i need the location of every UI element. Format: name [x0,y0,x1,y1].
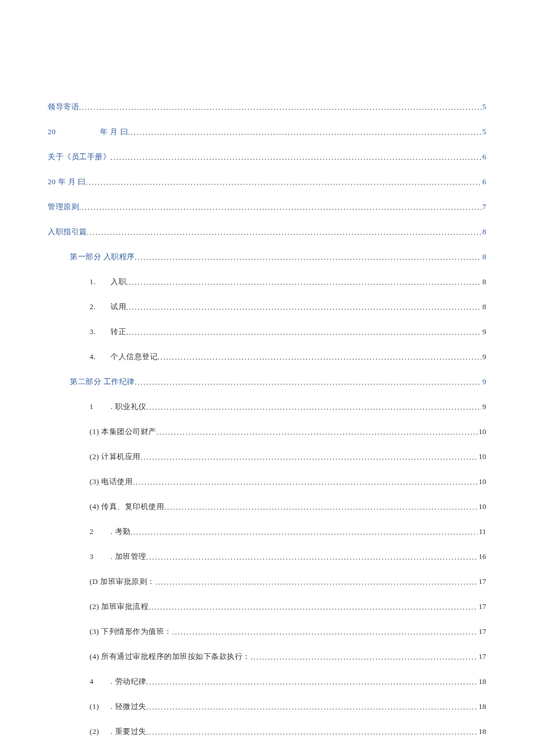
toc-entry[interactable]: (2) 计算机应用10 [48,452,486,462]
toc-entry[interactable]: (1). 轻微过失18 [48,701,486,712]
toc-entry-page: 17 [477,577,486,586]
toc-entry[interactable]: 1. 职业礼仪9 [48,402,486,412]
toc-entry[interactable]: 4.个人信息登记9 [48,352,486,362]
toc-entry-page: 17 [477,627,486,636]
toc-leader-dots [147,703,478,712]
toc-entry[interactable]: (D 加班审批原则：17 [48,576,486,587]
toc-entry[interactable]: (1) 本集团公司财产10 [48,427,486,437]
toc-entry-label: 3. 加班管理 [90,551,147,562]
toc-entry[interactable]: (2). 重要过失18 [48,726,486,737]
toc-leader-dots [126,303,482,312]
toc-entry-label: 2.试用 [90,302,126,312]
toc-leader-dots [135,253,482,262]
toc-entry[interactable]: 入职指引篇8 [48,227,486,237]
toc-entry-page: 9 [482,327,487,336]
toc-leader-dots [86,178,482,187]
toc-entry-page: 8 [482,252,487,261]
toc-entry[interactable]: 第二部分 工作纪律9 [48,377,486,387]
toc-entry-page: 10 [477,502,486,511]
toc-entry[interactable]: 3. 加班管理16 [48,551,486,562]
toc-entry-label: (2) 计算机应用 [90,452,141,462]
toc-entry[interactable]: (2) 加班审批流程17 [48,601,486,612]
toc-entry[interactable]: (3) 电话使用10 [48,476,486,487]
toc-entry-label: (1). 轻微过失 [90,701,147,712]
toc-entry-page: 6 [482,177,487,187]
toc-entry-label: 管理原则 [48,202,79,212]
toc-entry[interactable]: (4) 所有通过审批程序的加班按如下条款执行：17 [48,651,486,662]
toc-leader-dots [147,678,478,687]
toc-entry[interactable]: 20年 月 曰5 [48,127,486,137]
toc-leader-dots [172,628,477,637]
toc-entry-page: 10 [477,452,486,461]
toc-entry[interactable]: 2. 考勤11 [48,526,486,537]
toc-leader-dots [87,228,482,237]
toc-entry-page: 18 [477,677,486,686]
toc-entry-page: 5 [482,102,487,112]
toc-leader-dots [133,478,477,487]
toc-entry-label: (1) 本集团公司财产 [90,427,156,437]
toc-leader-dots [156,428,477,437]
toc-entry-page: 6 [482,152,487,162]
toc-entry-label: 3.转正 [90,327,126,337]
toc-entry-page: 8 [482,227,487,237]
toc-entry-label: (4) 传真、复印机使用 [90,501,164,512]
toc-entry[interactable]: 3.转正9 [48,327,486,337]
toc-entry[interactable]: 4. 劳动纪律18 [48,676,486,687]
toc-leader-dots [158,353,482,362]
toc-entry-page: 11 [477,527,486,536]
toc-entry[interactable]: 关于《员工手册》6 [48,152,486,162]
toc-entry-label: 4.个人信息登记 [90,352,158,362]
toc-entry-label: (4) 所有通过审批程序的加班按如下条款执行： [90,651,251,662]
toc-entry[interactable]: 第一部分 入职程序8 [48,252,486,262]
toc-entry[interactable]: (3) 下列情形作为值班：17 [48,626,486,637]
toc-leader-dots [110,153,482,162]
toc-leader-dots [164,503,477,512]
document-page: 领导寄语520年 月 曰5关于《员工手册》620 年 月 曰6管理原则7入职指引… [0,0,535,756]
toc-entry[interactable]: 1.入职8 [48,277,486,287]
toc-leader-dots [155,578,477,587]
toc-entry-page: 16 [477,552,486,561]
toc-leader-dots [126,278,482,287]
toc-entry[interactable]: 管理原则7 [48,202,486,212]
toc-entry[interactable]: 2.试用8 [48,302,486,312]
toc-entry-label: (3) 下列情形作为值班： [90,626,172,637]
toc-entry-page: 10 [477,477,486,486]
toc-entry-page: 9 [482,402,487,411]
table-of-contents: 领导寄语520年 月 曰5关于《员工手册》620 年 月 曰6管理原则7入职指引… [48,102,486,737]
toc-entry[interactable]: (4) 传真、复印机使用10 [48,501,486,512]
toc-entry[interactable]: 领导寄语5 [48,102,486,112]
toc-entry-page: 18 [477,702,486,711]
toc-entry-label: (2) 加班审批流程 [90,601,148,612]
toc-leader-dots [128,128,482,137]
toc-entry-page: 8 [482,302,487,311]
toc-leader-dots [251,653,477,662]
toc-entry-page: 17 [477,652,486,661]
toc-entry-label: 关于《员工手册》 [48,152,110,162]
toc-leader-dots [126,328,482,337]
toc-entry-label: 20 年 月 曰 [48,177,86,187]
toc-entry-label: (3) 电话使用 [90,476,133,487]
toc-entry-label: 第二部分 工作纪律 [70,377,135,387]
toc-leader-dots [79,103,482,112]
toc-entry-page: 7 [482,202,487,212]
toc-entry-label: 1. 职业礼仪 [90,402,147,412]
toc-entry-label: (2). 重要过失 [90,726,147,737]
toc-entry-page: 9 [482,352,487,361]
toc-entry[interactable]: 20 年 月 曰6 [48,177,486,187]
toc-entry-label: (D 加班审批原则： [90,576,155,587]
toc-entry-label: 入职指引篇 [48,227,87,237]
toc-entry-label: 领导寄语 [48,102,79,112]
toc-entry-label: 2. 考勤 [90,526,131,537]
toc-entry-page: 17 [477,602,486,611]
toc-entry-label: 第一部分 入职程序 [70,252,135,262]
toc-leader-dots [79,203,482,212]
toc-leader-dots [147,728,478,737]
toc-leader-dots [131,528,478,537]
toc-entry-page: 18 [477,727,486,736]
toc-leader-dots [147,403,482,412]
toc-entry-page: 8 [482,277,487,286]
toc-entry-page: 5 [482,127,487,137]
toc-leader-dots [141,453,477,462]
toc-leader-dots [148,603,477,612]
toc-leader-dots [135,378,482,387]
